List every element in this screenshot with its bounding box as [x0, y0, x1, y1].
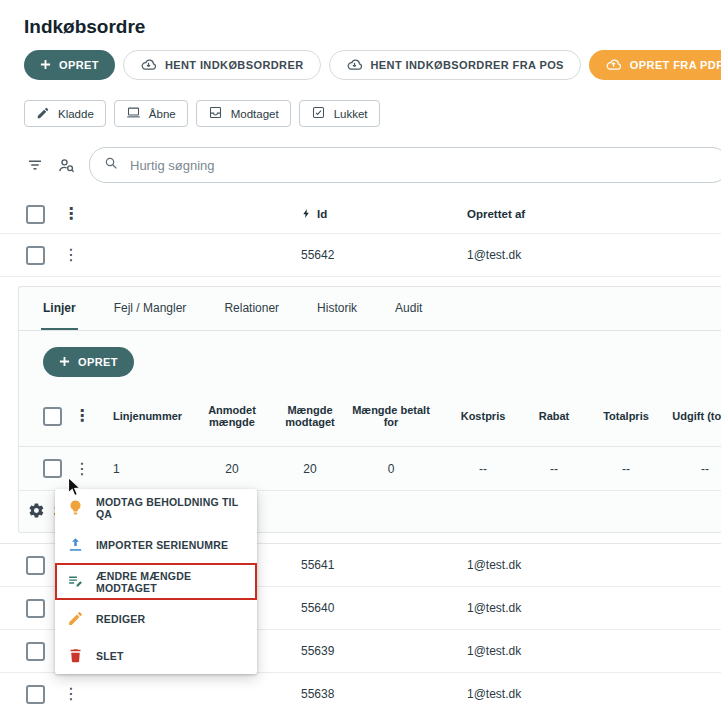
col-kostpris: Kostpris	[445, 410, 521, 422]
menu-item-rediger[interactable]: REDIGER	[55, 600, 257, 637]
orders-table-header: ⋮ Id Oprettet af	[0, 195, 721, 234]
cloud-download-icon	[140, 56, 157, 75]
create-from-pdf-label: OPRET FRA PDF	[630, 59, 721, 71]
tab-fejl-mangler[interactable]: Fejl / Mangler	[112, 287, 189, 330]
create-line-label: OPRET	[78, 356, 118, 368]
col-udgift-total: Udgift (total)	[665, 410, 721, 422]
create-from-pdf-button[interactable]: OPRET FRA PDF	[589, 50, 721, 80]
order-created-by: 1@test.dk	[467, 558, 721, 572]
menu-item-label: MODTAG BEHOLDNING TIL QA	[96, 496, 245, 520]
cloud-upload-icon	[605, 56, 622, 75]
tab-linjer[interactable]: Linjer	[41, 287, 78, 330]
create-line-button[interactable]: OPRET	[43, 347, 134, 377]
pencil-icon	[67, 610, 84, 627]
fetch-orders-label: HENT INDKØBSORDRER	[165, 59, 304, 71]
filter-modtaget-label: Modtaget	[231, 108, 279, 120]
order-id: 55642	[301, 248, 467, 262]
gear-icon[interactable]	[28, 502, 45, 519]
lamp-icon	[67, 499, 84, 516]
line-number: 1	[113, 462, 193, 476]
order-id: 55640	[301, 601, 467, 615]
person-search-icon[interactable]	[57, 156, 76, 175]
menu-item-label: ÆNDRE MÆNGDE MODTAGET	[96, 570, 245, 594]
edit-list-icon	[67, 573, 84, 590]
search-box[interactable]	[89, 147, 721, 183]
row-checkbox[interactable]	[26, 685, 45, 704]
kebab-menu-icon[interactable]: ⋮	[74, 408, 90, 424]
row-checkbox[interactable]	[26, 246, 45, 265]
order-created-by: 1@test.dk	[467, 248, 721, 262]
line-checkbox[interactable]	[43, 459, 62, 478]
order-created-by: 1@test.dk	[467, 644, 721, 658]
filter-modtaget[interactable]: Modtaget	[196, 100, 291, 127]
plus-icon	[59, 356, 70, 369]
line-requested-qty: 20	[193, 462, 271, 476]
laptop-icon	[126, 105, 141, 122]
line-kebab-menu-icon[interactable]: ⋮	[74, 461, 90, 477]
select-all-checkbox[interactable]	[26, 205, 45, 224]
filter-lukket[interactable]: Lukket	[299, 100, 380, 127]
column-header-created-by[interactable]: Oprettet af	[467, 208, 721, 220]
menu-item-importer-serienumre[interactable]: IMPORTER SERIENUMRE	[55, 526, 257, 563]
search-icon	[103, 155, 119, 175]
line-discount: --	[521, 462, 587, 476]
row-checkbox[interactable]	[26, 642, 45, 661]
trash-icon	[67, 647, 84, 664]
row-checkbox[interactable]	[26, 556, 45, 575]
col-anmodet-maengde: Anmodet mængde	[193, 404, 271, 428]
select-all-lines-checkbox[interactable]	[43, 407, 62, 426]
fetch-orders-pos-label: HENT INDKØBSORDRER FRA POS	[371, 59, 564, 71]
col-maengde-modtaget: Mængde modtaget	[271, 404, 349, 428]
upload-icon	[67, 536, 84, 553]
order-created-by: 1@test.dk	[467, 601, 721, 615]
kebab-menu-icon[interactable]: ⋮	[63, 686, 79, 702]
col-maengde-betalt-for: Mængde betalt for	[349, 404, 433, 428]
search-row	[0, 147, 721, 183]
row-checkbox[interactable]	[26, 599, 45, 618]
create-button[interactable]: OPRET	[24, 50, 115, 80]
col-totalpris: Totalpris	[587, 410, 665, 422]
kebab-menu-icon[interactable]: ⋮	[63, 206, 79, 222]
col-rabat: Rabat	[521, 410, 587, 422]
plus-icon	[40, 59, 51, 72]
status-filters: Kladde Åbne Modtaget Lukket	[0, 92, 721, 127]
filter-aabne[interactable]: Åbne	[114, 100, 188, 127]
bolt-icon	[301, 207, 312, 222]
line-total-price: --	[587, 462, 665, 476]
tab-audit[interactable]: Audit	[393, 287, 424, 330]
filter-lukket-label: Lukket	[334, 108, 368, 120]
order-row-55638[interactable]: ⋮ 55638 1@test.dk	[0, 673, 721, 709]
column-header-id[interactable]: Id	[301, 207, 467, 222]
search-input[interactable]	[128, 157, 715, 174]
line-received-qty: 20	[271, 462, 349, 476]
menu-item-label: REDIGER	[96, 613, 145, 625]
create-button-label: OPRET	[59, 59, 99, 71]
filter-kladde[interactable]: Kladde	[24, 100, 106, 127]
order-id: 55639	[301, 644, 467, 658]
tab-relationer[interactable]: Relationer	[222, 287, 281, 330]
order-row-55642[interactable]: ⋮ 55642 1@test.dk	[0, 234, 721, 277]
fetch-orders-pos-button[interactable]: HENT INDKØBSORDRER FRA POS	[329, 50, 581, 80]
menu-item-label: IMPORTER SERIENUMRE	[96, 539, 228, 551]
cloud-download-icon	[346, 56, 363, 75]
detail-tabs: Linjer Fejl / Mangler Relationer Histori…	[19, 287, 721, 331]
order-created-by: 1@test.dk	[467, 687, 721, 701]
menu-item-aendre-maengde-modtaget[interactable]: ÆNDRE MÆNGDE MODTAGET	[55, 563, 257, 600]
line-cost-price: --	[445, 462, 521, 476]
toolbar: OPRET HENT INDKØBSORDRER HENT INDKØBSORD…	[0, 42, 721, 92]
fetch-orders-button[interactable]: HENT INDKØBSORDRER	[123, 50, 321, 80]
page-title: Indkøbsordre	[24, 16, 697, 38]
inbox-icon	[208, 105, 223, 122]
filter-list-icon[interactable]	[26, 156, 44, 174]
page-header: Indkøbsordre	[0, 0, 721, 42]
menu-item-modtag-beholdning-til-qa[interactable]: MODTAG BEHOLDNING TIL QA	[55, 489, 257, 526]
kebab-menu-icon[interactable]: ⋮	[63, 247, 79, 263]
line-row-1[interactable]: ⋮ 1 20 20 0 -- -- -- --	[19, 447, 721, 491]
menu-item-label: SLET	[96, 650, 124, 662]
lines-table-header: ⋮ Linjenummer Anmodet mængde Mængde modt…	[19, 392, 721, 447]
line-expense-total: --	[665, 462, 721, 476]
tab-historik[interactable]: Historik	[315, 287, 359, 330]
col-linjenummer: Linjenummer	[113, 410, 193, 422]
closed-box-icon	[311, 105, 326, 122]
menu-item-slet[interactable]: SLET	[55, 637, 257, 674]
